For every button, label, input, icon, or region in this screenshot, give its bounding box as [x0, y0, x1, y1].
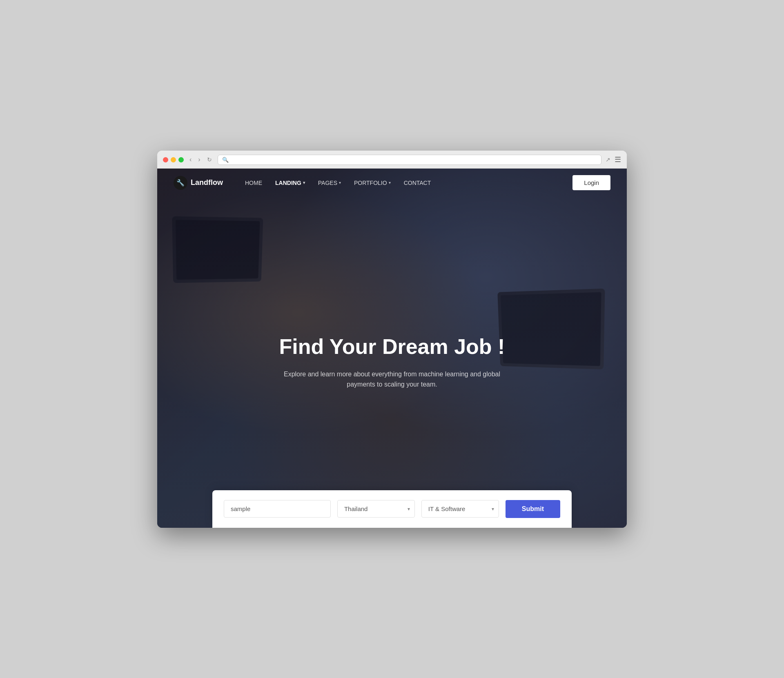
- login-button[interactable]: Login: [572, 175, 610, 190]
- hero-content: Find Your Dream Job ! Explore and learn …: [157, 169, 627, 528]
- expand-icon[interactable]: ↗: [606, 156, 610, 163]
- traffic-lights: [163, 157, 184, 162]
- submit-button[interactable]: Submit: [506, 500, 560, 518]
- location-select[interactable]: Thailand United States United Kingdom Ja…: [337, 500, 415, 518]
- search-bar-wrapper: Thailand United States United Kingdom Ja…: [212, 490, 572, 528]
- nav-menu: HOME LANDING ▾ PAGES ▾ PORTFOLIO ▾: [239, 176, 572, 189]
- category-select-wrapper: IT & Software Design Marketing Finance E…: [421, 500, 499, 518]
- maximize-button[interactable]: [178, 157, 184, 162]
- hero-subtitle: Explore and learn more about everything …: [274, 369, 510, 390]
- browser-menu[interactable]: ☰: [615, 155, 621, 164]
- location-select-wrapper: Thailand United States United Kingdom Ja…: [337, 500, 415, 518]
- pages-chevron-icon: ▾: [339, 180, 341, 185]
- browser-nav: ‹ › ↻: [188, 155, 214, 164]
- landing-chevron-icon: ▾: [303, 180, 305, 185]
- category-select[interactable]: IT & Software Design Marketing Finance E…: [421, 500, 499, 518]
- close-button[interactable]: [163, 157, 168, 162]
- search-icon: 🔍: [222, 157, 229, 163]
- job-search-input[interactable]: [224, 500, 331, 518]
- refresh-icon[interactable]: ↻: [205, 156, 214, 164]
- address-bar[interactable]: 🔍: [218, 155, 601, 165]
- nav-item-portfolio[interactable]: PORTFOLIO ▾: [348, 176, 396, 189]
- brand-name: Landflow: [191, 178, 223, 187]
- hero-title: Find Your Dream Job !: [279, 335, 505, 359]
- website: 🔧 Landflow HOME LANDING ▾ PAGES ▾: [157, 169, 627, 528]
- hero-section: 🔧 Landflow HOME LANDING ▾ PAGES ▾: [157, 169, 627, 528]
- nav-item-home[interactable]: HOME: [239, 176, 268, 189]
- forward-icon[interactable]: ›: [196, 155, 202, 164]
- brand-icon: 🔧: [174, 176, 187, 190]
- navbar-actions: Login: [572, 175, 610, 190]
- address-input[interactable]: [231, 157, 597, 163]
- browser-window: ‹ › ↻ 🔍 ↗ ☰ 🔧 Landflow: [157, 151, 627, 528]
- minimize-button[interactable]: [171, 157, 176, 162]
- nav-item-pages[interactable]: PAGES ▾: [312, 176, 347, 189]
- navbar: 🔧 Landflow HOME LANDING ▾ PAGES ▾: [157, 169, 627, 197]
- nav-item-contact[interactable]: CONTACT: [398, 176, 437, 189]
- search-bar: Thailand United States United Kingdom Ja…: [212, 490, 572, 528]
- brand-link[interactable]: 🔧 Landflow: [174, 176, 223, 190]
- browser-chrome: ‹ › ↻ 🔍 ↗ ☰: [157, 151, 627, 169]
- hamburger-icon: ☰: [615, 155, 621, 164]
- back-icon[interactable]: ‹: [188, 155, 193, 164]
- portfolio-chevron-icon: ▾: [389, 180, 391, 185]
- nav-item-landing[interactable]: LANDING ▾: [270, 176, 311, 189]
